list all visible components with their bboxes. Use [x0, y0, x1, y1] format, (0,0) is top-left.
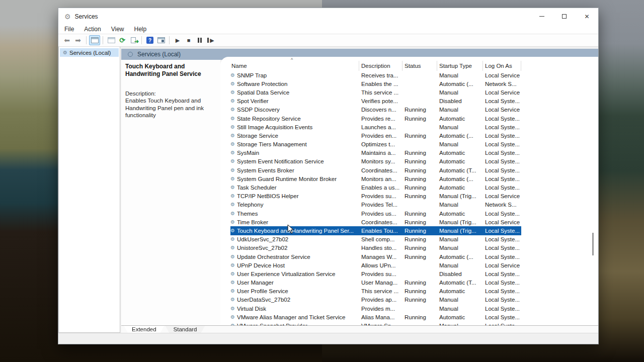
service-row[interactable]: ⚙ SysMain Maintains a... Running Automat… [230, 149, 521, 157]
start-service-button[interactable]: ▶ [172, 35, 183, 45]
service-description: User Manag... [359, 280, 403, 286]
export-arrow-icon: ➜ [134, 39, 139, 44]
service-row[interactable]: ⚙ Update Orchestrator Service Manages W.… [230, 252, 521, 261]
service-gear-icon: ⚙ [230, 220, 235, 225]
service-status: Running [403, 185, 437, 191]
service-name: Still Image Acquisition Events [237, 124, 312, 130]
service-row[interactable]: ⚙ Storage Tiers Management Optimizes t..… [230, 140, 521, 149]
service-startup-type: Manual [437, 297, 483, 303]
column-header-startup-type[interactable]: Startup Type [437, 61, 483, 71]
menu-file[interactable]: File [58, 26, 79, 33]
service-row[interactable]: ⚙ User Profile Service This service ... … [230, 287, 521, 296]
tab-extended[interactable]: Extended [124, 326, 165, 333]
maximize-icon [562, 14, 567, 19]
service-row[interactable]: ⚙ VMware Snapshot Provider VMware Sn... … [230, 321, 521, 325]
service-startup-type: Manual [437, 107, 483, 113]
service-name: System Guard Runtime Monitor Broker [237, 176, 337, 182]
service-row[interactable]: ⚙ Time Broker Coordinates... Running Man… [230, 218, 521, 226]
restart-service-button[interactable]: ▶ [205, 35, 216, 45]
service-log-on-as: Local Syste... [483, 236, 521, 242]
service-row[interactable]: ⚙ UdkUserSvc_27b02 Shell comp... Running… [230, 235, 521, 244]
tree-item-services-local[interactable]: ⚙ Services (Local) [60, 48, 119, 57]
service-status: Running [403, 280, 437, 286]
service-gear-icon: ⚙ [230, 254, 235, 259]
show-action-pane-button[interactable] [155, 35, 167, 45]
tab-standard[interactable]: Standard [166, 326, 205, 333]
service-description: Maintains a... [359, 150, 403, 156]
menu-action[interactable]: Action [79, 26, 106, 33]
stop-service-button[interactable]: ■ [183, 35, 194, 45]
service-row[interactable]: ⚙ User Manager User Manag... Running Aut… [230, 279, 521, 287]
service-log-on-as: Local Syste... [483, 280, 521, 286]
maximize-button[interactable] [553, 8, 576, 25]
service-log-on-as: Local Syste... [483, 116, 521, 122]
export-list-button[interactable]: ➜ [128, 35, 139, 45]
service-startup-type: Automatic [437, 211, 483, 217]
service-row[interactable]: ⚙ UPnP Device Host Allows UPn... Manual … [230, 261, 521, 269]
service-row[interactable]: ⚙ Spot Verifier Verifies pote... Disable… [230, 97, 521, 106]
column-header-name[interactable]: Name [230, 61, 359, 71]
service-row[interactable]: ⚙ TCP/IP NetBIOS Helper Provides su... R… [230, 192, 521, 201]
menu-help[interactable]: Help [129, 26, 152, 33]
show-console-tree-button[interactable] [89, 35, 100, 45]
service-startup-type: Automatic [437, 288, 483, 294]
service-log-on-as: Local Syste... [483, 150, 521, 156]
service-row[interactable]: ⚙ Touch Keyboard and Handwriting Panel S… [230, 226, 521, 235]
service-row[interactable]: ⚙ State Repository Service Provides re..… [230, 114, 521, 123]
service-row[interactable]: ⚙ Task Scheduler Enables a us... Running… [230, 183, 521, 192]
refresh-button[interactable]: ⟳ [117, 35, 128, 45]
service-log-on-as: Local Syste... [483, 288, 521, 294]
service-status: Running [403, 211, 437, 217]
service-row[interactable]: ⚙ SNMP Trap Receives tra... Manual Local… [230, 71, 521, 79]
service-row[interactable]: ⚙ User Experience Virtualization Service… [230, 269, 521, 278]
service-row[interactable]: ⚙ Storage Service Provides en... Running… [230, 131, 521, 140]
service-log-on-as: Network S... [483, 81, 521, 87]
close-button[interactable]: ✕ [576, 8, 598, 25]
service-log-on-as: Local Syste... [483, 158, 521, 164]
help-button[interactable]: ? [144, 35, 155, 45]
titlebar[interactable]: ⚙ Services ✕ [58, 8, 598, 25]
forward-button[interactable]: ➡ [72, 35, 84, 45]
service-status: Running [403, 116, 437, 122]
service-description: Provides su... [359, 271, 403, 277]
service-row[interactable]: ⚙ SSDP Discovery Discovers n... Running … [230, 106, 521, 114]
service-description: Provides ap... [359, 297, 403, 303]
service-status: Running [403, 107, 437, 113]
service-row[interactable]: ⚙ Still Image Acquisition Events Launche… [230, 123, 521, 131]
list-header: Name Description Status Startup Type Log… [220, 57, 598, 71]
column-header-status[interactable]: Status [403, 61, 437, 71]
service-row[interactable]: ⚙ Themes Provides us... Running Automati… [230, 209, 521, 218]
service-description: This service ... [359, 288, 403, 294]
service-row[interactable]: ⚙ Telephony Provides Tel... Manual Netwo… [230, 201, 521, 209]
minimize-button[interactable] [530, 8, 553, 25]
services-gear-icon: ⚙ [63, 50, 67, 55]
properties-button[interactable] [106, 35, 117, 45]
service-startup-type: Manual [437, 306, 483, 312]
service-row[interactable]: ⚙ System Guard Runtime Monitor Broker Mo… [230, 174, 521, 183]
service-description: Coordinates... [359, 219, 403, 225]
column-header-description[interactable]: Description [359, 61, 403, 71]
service-name: User Manager [237, 280, 274, 286]
service-status: Running [403, 245, 437, 251]
service-name: Touch Keyboard and Handwriting Panel Ser… [237, 228, 354, 234]
service-row[interactable]: ⚙ System Events Broker Coordinates... Ru… [230, 166, 521, 174]
menu-view[interactable]: View [106, 26, 129, 33]
column-header-log-on-as[interactable]: Log On As [483, 61, 521, 71]
service-row[interactable]: ⚙ Software Protection Enables the ... Au… [230, 79, 521, 88]
pause-service-button[interactable] [194, 35, 205, 45]
service-row[interactable]: ⚙ Virtual Disk Provides m... Manual Loca… [230, 304, 521, 313]
service-row[interactable]: ⚙ VMware Alias Manager and Ticket Servic… [230, 313, 521, 321]
service-status: Running [403, 236, 437, 242]
service-row[interactable]: ⚙ UnistoreSvc_27b02 Handles sto... Runni… [230, 244, 521, 252]
service-log-on-as: Local Syste... [483, 323, 521, 325]
service-gear-icon: ⚙ [230, 306, 235, 311]
vertical-scrollbar-thumb[interactable] [592, 233, 594, 255]
back-button[interactable]: ⬅ [61, 35, 72, 45]
service-row[interactable]: ⚙ UserDataSvc_27b02 Provides ap... Runni… [230, 296, 521, 304]
service-row[interactable]: ⚙ Spatial Data Service This service ... … [230, 88, 521, 97]
service-row[interactable]: ⚙ System Event Notification Service Moni… [230, 157, 521, 166]
service-startup-type: Manual [437, 323, 483, 325]
service-description: Launches a... [359, 124, 403, 130]
service-gear-icon: ⚙ [230, 99, 235, 104]
service-log-on-as: Local Syste... [483, 254, 521, 260]
